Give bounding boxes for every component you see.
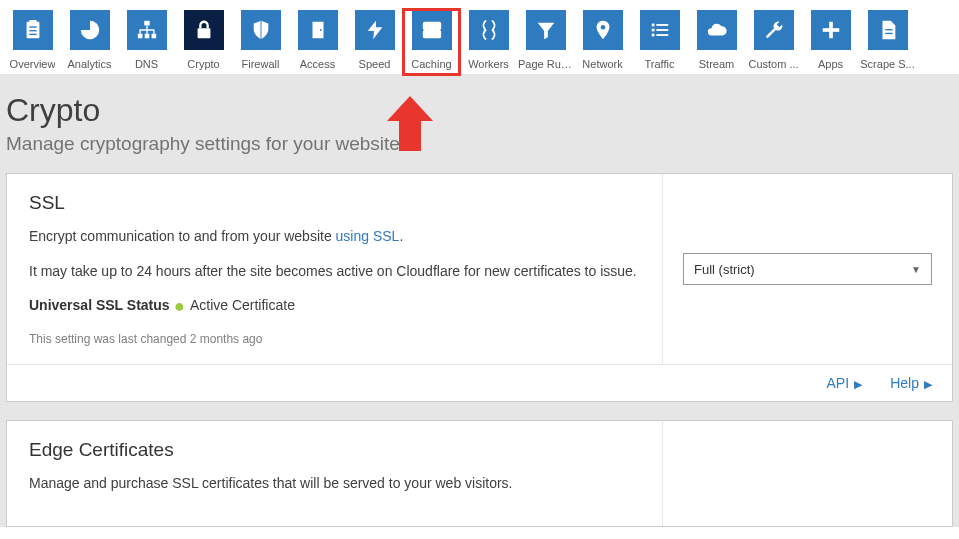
svg-rect-7 — [144, 34, 149, 39]
nav-tab-label: Traffic — [645, 58, 675, 70]
svg-point-14 — [426, 25, 428, 27]
nav-tab-speed[interactable]: Speed — [347, 10, 402, 74]
nav-tab-label: Scrape S... — [860, 58, 914, 70]
ssl-intro-text: Encrypt communication to and from your w… — [29, 228, 336, 244]
drive-icon — [412, 10, 452, 50]
nav-tab-label: DNS — [135, 58, 158, 70]
nav-tab-crypto[interactable]: Crypto — [176, 10, 231, 74]
ssl-meta: This setting was last changed 2 months a… — [29, 332, 640, 346]
api-link[interactable]: API ▶ — [827, 375, 863, 391]
svg-point-11 — [319, 29, 321, 31]
edge-card-intro: Manage and purchase SSL certificates tha… — [29, 473, 640, 494]
ssl-card-footer: API ▶ Help ▶ — [7, 364, 952, 401]
nav-tab-analytics[interactable]: Analytics — [62, 10, 117, 74]
svg-rect-20 — [656, 29, 668, 31]
svg-rect-8 — [151, 34, 156, 39]
svg-rect-21 — [651, 34, 654, 37]
edge-certificates-card: Edge Certificates Manage and purchase SS… — [6, 420, 953, 527]
nav-tab-overview[interactable]: Overview — [5, 10, 60, 74]
nav-tab-label: Custom ... — [748, 58, 798, 70]
nav-tab-apps[interactable]: Apps — [803, 10, 858, 74]
ssl-card: SSL Encrypt communication to and from yo… — [6, 173, 953, 402]
nav-tab-label: Crypto — [187, 58, 219, 70]
svg-rect-17 — [651, 24, 654, 27]
svg-point-15 — [426, 33, 428, 35]
nav-tabs: OverviewAnalyticsDNSCryptoFirewallAccess… — [0, 0, 959, 74]
ssl-card-intro: Encrypt communication to and from your w… — [29, 226, 640, 247]
status-dot-icon: ● — [174, 296, 190, 316]
list-icon — [640, 10, 680, 50]
clipboard-icon — [13, 10, 53, 50]
chevron-right-icon: ▶ — [851, 378, 862, 390]
wrench-icon — [754, 10, 794, 50]
braces-icon — [469, 10, 509, 50]
svg-rect-25 — [885, 29, 892, 30]
nav-tab-label: Stream — [699, 58, 734, 70]
nav-tab-label: Speed — [359, 58, 391, 70]
nav-tab-label: Access — [300, 58, 335, 70]
nav-tab-label: Firewall — [242, 58, 280, 70]
svg-rect-6 — [137, 34, 142, 39]
nav-tab-label: Page Rules — [518, 58, 573, 70]
nav-tab-network[interactable]: Network — [575, 10, 630, 74]
nav-tab-label: Overview — [10, 58, 56, 70]
shield-icon — [241, 10, 281, 50]
help-link-label: Help — [890, 375, 919, 391]
ssl-mode-value: Full (strict) — [694, 262, 755, 277]
nav-tab-access[interactable]: Access — [290, 10, 345, 74]
ssl-status-label: Universal SSL Status — [29, 297, 170, 313]
chevron-down-icon: ▼ — [911, 264, 921, 275]
ssl-note: It may take up to 24 hours after the sit… — [29, 261, 640, 282]
content-area: Crypto Manage cryptography settings for … — [0, 74, 959, 527]
svg-rect-19 — [651, 29, 654, 32]
chevron-right-icon: ▶ — [921, 378, 932, 390]
page-title: Crypto — [6, 92, 953, 129]
nav-tab-label: Workers — [468, 58, 509, 70]
ssl-status-value: Active Certificate — [190, 297, 295, 313]
svg-rect-9 — [197, 28, 210, 38]
api-link-label: API — [827, 375, 850, 391]
ssl-period: . — [399, 228, 403, 244]
nav-tab-label: Apps — [818, 58, 843, 70]
nav-tab-page-rules[interactable]: Page Rules — [518, 10, 573, 74]
svg-rect-22 — [656, 34, 668, 36]
svg-rect-10 — [312, 22, 323, 39]
plus-icon — [811, 10, 851, 50]
nav-tab-stream[interactable]: Stream — [689, 10, 744, 74]
nav-tab-label: Analytics — [67, 58, 111, 70]
nav-tab-traffic[interactable]: Traffic — [632, 10, 687, 74]
help-link[interactable]: Help ▶ — [890, 375, 932, 391]
svg-rect-1 — [29, 20, 36, 24]
ssl-link[interactable]: using SSL — [336, 228, 400, 244]
lock-icon — [184, 10, 224, 50]
nav-tab-dns[interactable]: DNS — [119, 10, 174, 74]
edge-card-title: Edge Certificates — [29, 439, 640, 461]
svg-rect-3 — [29, 30, 36, 31]
nav-tab-label: Caching — [411, 58, 451, 70]
svg-rect-2 — [29, 26, 36, 27]
nav-tab-caching[interactable]: Caching — [404, 10, 459, 74]
ssl-status-row: Universal SSL Status ● Active Certificat… — [29, 296, 640, 314]
svg-rect-24 — [822, 28, 839, 32]
funnel-icon — [526, 10, 566, 50]
svg-rect-26 — [885, 33, 892, 34]
arrow-indicator-icon — [387, 96, 433, 151]
page-subtitle: Manage cryptography settings for your we… — [6, 133, 953, 155]
sitemap-icon — [127, 10, 167, 50]
nav-tab-workers[interactable]: Workers — [461, 10, 516, 74]
nav-tab-scrape-s-[interactable]: Scrape S... — [860, 10, 915, 74]
svg-point-16 — [600, 25, 605, 30]
pin-icon — [583, 10, 623, 50]
svg-rect-4 — [29, 34, 36, 35]
nav-tab-firewall[interactable]: Firewall — [233, 10, 288, 74]
ssl-mode-select[interactable]: Full (strict) ▼ — [683, 253, 932, 285]
nav-tab-custom-[interactable]: Custom ... — [746, 10, 801, 74]
filetext-icon — [868, 10, 908, 50]
bolt-icon — [355, 10, 395, 50]
door-icon — [298, 10, 338, 50]
svg-rect-5 — [144, 21, 150, 26]
ssl-card-title: SSL — [29, 192, 640, 214]
cloud-icon — [697, 10, 737, 50]
pie-icon — [70, 10, 110, 50]
nav-tab-label: Network — [582, 58, 622, 70]
